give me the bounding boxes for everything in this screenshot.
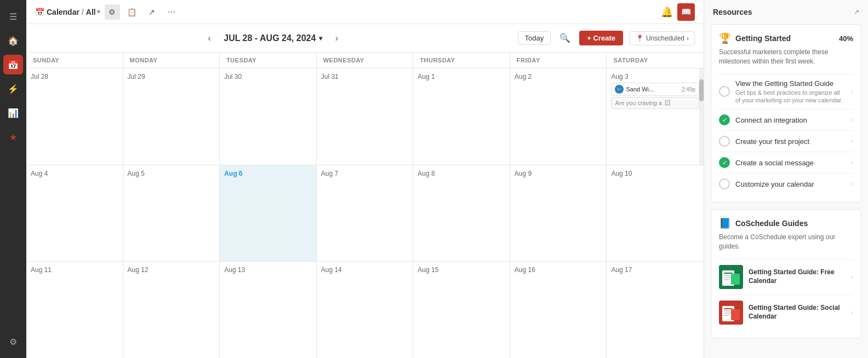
cell-aug4[interactable]: Aug 4 [26,165,123,262]
milestone-check-customize [719,178,730,189]
cell-aug10[interactable]: Aug 10 [607,165,704,262]
gs-subtitle: Successful marketers complete these mile… [719,48,853,66]
scroll-thumb [699,79,704,101]
right-panel-header: Resources ↗ [704,0,868,24]
date-label: Jul 30 [224,73,312,80]
today-button[interactable]: Today [518,31,551,45]
cell-jul30[interactable]: Jul 30 [220,68,317,165]
cell-aug3[interactable]: Aug 3 🐦 Sand Wi... 2:49p Are you craving… [607,68,704,165]
cell-aug8[interactable]: Aug 8 [413,165,510,262]
date-range-button[interactable]: JUL 28 - AUG 24, 2024 ▾ [219,31,327,45]
date-label: Jul 29 [128,73,215,80]
milestone-view-guide[interactable]: View the Getting Started Guide Get tips … [719,74,853,109]
guides-section: 📘 CoSchedule Guides Become a CoSchedule … [711,209,861,338]
search-button[interactable]: 🔍 [557,31,573,45]
cell-aug14[interactable]: Aug 14 [317,262,414,358]
milestone-desc: Get tips & best practices to organize al… [735,89,846,105]
week-row-2: Aug 4 Aug 5 Aug 6 Aug 7 Aug 8 Aug 9 [26,165,704,262]
cell-aug9[interactable]: Aug 9 [510,165,607,262]
date-label: Jul 28 [31,73,118,80]
sidebar-item-settings[interactable]: ⚙ [3,332,23,351]
milestone-check-view [719,86,730,97]
svg-rect-10 [724,310,730,311]
svg-rect-6 [731,274,740,285]
cell-aug15[interactable]: Aug 15 [413,262,510,358]
date-label: Aug 9 [515,170,602,177]
cell-aug5[interactable]: Aug 5 [123,165,220,262]
cell-aug6-today[interactable]: Aug 6 [220,165,317,262]
event-preview: Are you craving a 🖼 [611,97,699,109]
date-label: Aug 11 [31,266,118,274]
date-label: Aug 1 [418,73,505,80]
date-label: Aug 12 [128,266,215,274]
share-button[interactable]: ↗ [144,4,159,20]
book-button[interactable]: 📖 [677,3,695,21]
milestone-check-project [719,136,730,147]
guide-item-social-calendar[interactable]: Getting Started Guide: Social Calendar › [719,295,853,330]
guide-text-social: Getting Started Guide: Social Calendar [749,304,846,321]
chevron-right-icon: › [851,159,853,166]
image-icon: 🖼 [664,99,671,107]
cell-jul29[interactable]: Jul 29 [123,68,220,165]
milestone-create-project[interactable]: Create your first project › [719,130,853,152]
breadcrumb-filter: All [86,8,96,16]
guides-subtitle: Become a CoSchedule expert using our gui… [719,233,853,251]
cell-aug7[interactable]: Aug 7 [317,165,414,262]
calendar-grid: SUNDAY MONDAY TUESDAY WEDNESDAY THURSDAY… [26,53,704,358]
notification-icon[interactable]: 🔔 [661,6,673,18]
gs-header: 🏆 Getting Started 40% [719,32,853,44]
cell-aug11[interactable]: Aug 11 [26,262,123,358]
calendar-icon-small: 📅 [35,8,44,16]
guide-item-free-calendar[interactable]: Getting Started Guide: Free Calendar › [719,259,853,295]
next-period-button[interactable]: › [329,31,344,46]
main-content: 📅 Calendar / All ▾ ⚙ 📋 ↗ ⋯ 🔔 📖 ‹ JUL 28 … [26,0,704,358]
sidebar-item-starred[interactable]: ★ [3,127,23,147]
svg-rect-3 [724,275,730,276]
date-label: Jul 31 [321,73,409,80]
breadcrumb-separator: / [82,8,84,16]
sidebar-item-activity[interactable]: ⚡ [3,79,23,99]
create-button[interactable]: + Create [579,31,623,45]
cell-aug1[interactable]: Aug 1 [413,68,510,165]
date-label: Aug 10 [611,170,699,177]
date-label: Aug 17 [611,266,699,274]
cell-aug16[interactable]: Aug 16 [510,262,607,358]
event-card-sandwich[interactable]: 🐦 Sand Wi... 2:49p [611,83,699,96]
gs-title: Getting Started [735,34,791,43]
cell-aug17[interactable]: Aug 17 [607,262,704,358]
milestone-customize[interactable]: Customize your calendar › [719,173,853,194]
sidebar-item-home[interactable]: 🏠 [3,31,23,50]
date-label: Aug 13 [224,266,312,274]
filter-button[interactable]: ⚙ [105,4,120,20]
date-label: Aug 7 [321,170,409,177]
guide-thumb-svg-free [719,265,743,289]
trophy-icon: 🏆 [719,32,731,44]
calendar-view-button[interactable]: 📋 [124,4,140,20]
external-link-icon[interactable]: ↗ [854,8,859,16]
header-sunday: SUNDAY [26,53,123,68]
unscheduled-button[interactable]: 📍 Unscheduled › [630,31,695,45]
chevron-right-icon: › [851,180,853,188]
unscheduled-label: Unscheduled [646,34,684,42]
sidebar-item-analytics[interactable]: 📊 [3,103,23,123]
breadcrumb-all[interactable]: All ▾ [86,8,100,16]
sidebar-menu-icon[interactable]: ☰ [3,7,23,26]
prev-period-button[interactable]: ‹ [202,31,217,46]
panel-title: Resources [713,8,752,16]
day-headers: SUNDAY MONDAY TUESDAY WEDNESDAY THURSDAY… [26,53,704,68]
guide-thumbnail-social [719,301,743,325]
milestone-social-message[interactable]: ✓ Create a social message › [719,152,853,173]
milestone-label: Create a social message [735,159,846,167]
sidebar-item-calendar[interactable]: 📅 [3,55,23,74]
guides-title: CoSchedule Guides [735,219,808,228]
date-label: Aug 15 [418,266,505,274]
cell-aug2[interactable]: Aug 2 [510,68,607,165]
cell-jul31[interactable]: Jul 31 [317,68,414,165]
cell-jul28[interactable]: Jul 28 [26,68,123,165]
cell-aug13[interactable]: Aug 13 [220,262,317,358]
milestone-connect-integration[interactable]: ✓ Connect an integration › [719,109,853,130]
chevron-right-icon: › [851,309,853,316]
milestone-check-connect: ✓ [719,114,730,125]
more-options-button[interactable]: ⋯ [164,4,179,20]
cell-aug12[interactable]: Aug 12 [123,262,220,358]
